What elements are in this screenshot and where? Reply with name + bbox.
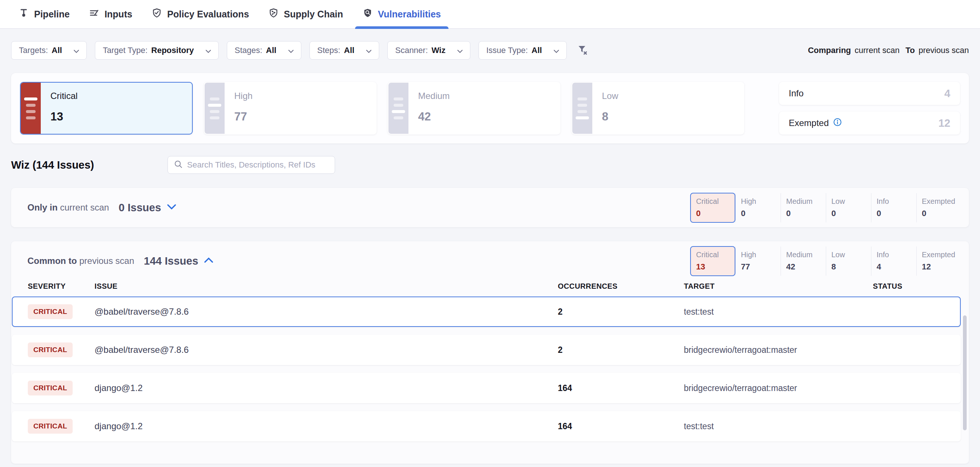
tab-pipeline[interactable]: Pipeline (11, 0, 77, 28)
tab-label: Policy Evaluations (167, 9, 249, 20)
occurrences-cell: 2 (558, 345, 684, 355)
severity-pill-row: Critical 13 High 77 Medium 42 Low (690, 246, 961, 276)
chevron-down-icon (449, 46, 463, 55)
tab-inputs[interactable]: Inputs (81, 0, 140, 28)
severity-pill[interactable]: Medium 42 (781, 246, 826, 276)
occurrences-cell: 2 (558, 307, 684, 317)
clear-filter-icon (576, 44, 588, 57)
chevron-down-icon (65, 46, 79, 55)
severity-card-info[interactable]: Info 4 (779, 82, 960, 105)
filter-steps[interactable]: Steps:All (310, 41, 380, 60)
severity-pill[interactable]: Critical 0 (690, 193, 735, 223)
severity-meter-icon (21, 83, 41, 134)
severity-meter-icon (572, 83, 592, 134)
column-occurrences: OCCURRENCES (558, 282, 684, 291)
table-row[interactable]: CRITICAL @babel/traverse@7.8.6 2 test:te… (12, 297, 961, 327)
tab-label: Supply Chain (284, 9, 343, 20)
table-row[interactable]: CRITICAL django@1.2 164 test:test (12, 411, 961, 442)
vulnerabilities-page: Pipeline Inputs Policy Evaluations Suppl… (0, 0, 980, 467)
column-issue: ISSUE (94, 282, 558, 291)
filter-scanner[interactable]: Scanner:Wiz (387, 41, 470, 60)
comparing-label: Comparingcurrent scan Toprevious scan (808, 46, 969, 55)
table-row[interactable]: CRITICAL django@1.2 164 bridgecrewio/ter… (12, 373, 961, 403)
filter-target-type[interactable]: Target Type:Repository (95, 41, 219, 60)
table-scrollbar[interactable] (963, 315, 967, 430)
column-target: TARGET (684, 282, 873, 291)
tab-label: Inputs (105, 9, 132, 20)
severity-pill[interactable]: Info 0 (871, 193, 916, 223)
column-status: STATUS (873, 282, 961, 291)
info-icon[interactable] (829, 118, 842, 129)
severity-meter-icon (205, 83, 224, 134)
occurrences-cell: 164 (558, 421, 684, 431)
issue-cell: django@1.2 (94, 383, 558, 393)
issue-cell: @babel/traverse@7.8.6 (94, 345, 558, 355)
target-cell: bridgecrewio/terragoat:master (684, 345, 873, 355)
severity-badge: CRITICAL (28, 304, 73, 319)
tab-label: Vulnerabilities (378, 9, 441, 20)
severity-summary-panel: Critical 13 High 77 Medium 42 Low 8 (11, 73, 969, 143)
chevron-down-icon (197, 46, 211, 55)
severity-meter-icon (388, 83, 409, 134)
search-input[interactable] (187, 160, 329, 170)
tab-label: Pipeline (34, 9, 70, 20)
tab-supply-chain[interactable]: Supply Chain (261, 0, 351, 28)
target-cell: test:test (684, 421, 873, 431)
group-common-to-previous-scan: Common to previous scan 144 Issues Criti… (11, 241, 969, 464)
severity-pill-row: Critical 0 High 0 Medium 0 Low (690, 193, 961, 223)
chevron-up-icon (198, 257, 213, 264)
filter-targets[interactable]: Targets:All (11, 41, 87, 60)
severity-pill[interactable]: Exempted 12 (916, 246, 961, 276)
severity-card-high[interactable]: High 77 (204, 82, 377, 135)
issue-cell: @babel/traverse@7.8.6 (94, 307, 558, 317)
target-cell: bridgecrewio/terragoat:master (684, 383, 873, 393)
occurrences-cell: 164 (558, 383, 684, 393)
issues-table-body: CRITICAL @babel/traverse@7.8.6 2 test:te… (11, 297, 969, 442)
search-icon (174, 160, 183, 170)
severity-card-exempted[interactable]: Exempted 12 (779, 111, 960, 135)
expand-group-toggle[interactable]: 0 Issues (119, 202, 176, 214)
chevron-down-icon (280, 46, 294, 55)
filter-issue-type[interactable]: Issue Type:All (479, 41, 567, 60)
column-severity: SEVERITY (28, 282, 94, 291)
table-row[interactable]: CRITICAL @babel/traverse@7.8.6 2 bridgec… (12, 335, 961, 365)
severity-pill[interactable]: Exempted 0 (916, 193, 961, 223)
supply-chain-icon (268, 8, 279, 21)
clear-filters-button[interactable] (576, 44, 588, 57)
pipeline-icon (19, 8, 29, 21)
execution-tab-bar: Pipeline Inputs Policy Evaluations Suppl… (0, 0, 980, 29)
severity-pill[interactable]: High 77 (735, 246, 781, 276)
tab-vulnerabilities[interactable]: Vulnerabilities (355, 0, 449, 28)
vulnerabilities-icon (363, 8, 373, 21)
severity-pill[interactable]: Low 8 (826, 246, 871, 276)
severity-pill[interactable]: High 0 (735, 193, 781, 223)
policy-evaluations-icon (151, 8, 162, 21)
target-cell: test:test (684, 307, 873, 317)
tab-policy-evaluations[interactable]: Policy Evaluations (144, 0, 256, 28)
group-only-in-current-scan: Only in current scan 0 Issues Critical 0… (11, 188, 969, 227)
severity-card-low[interactable]: Low 8 (571, 82, 744, 135)
severity-card-critical[interactable]: Critical 13 (20, 82, 193, 135)
chevron-down-icon (546, 46, 559, 55)
severity-pill[interactable]: Info 4 (871, 246, 916, 276)
severity-badge: CRITICAL (28, 381, 73, 396)
scanner-title: Wiz (144 Issues) (11, 159, 94, 171)
severity-badge: CRITICAL (28, 419, 73, 434)
chevron-down-icon (358, 46, 371, 55)
severity-pill[interactable]: Critical 13 (690, 246, 735, 276)
severity-badge: CRITICAL (28, 343, 73, 357)
inputs-icon (89, 8, 99, 21)
severity-pill[interactable]: Medium 0 (781, 193, 826, 223)
chevron-down-icon (161, 204, 176, 211)
severity-card-medium[interactable]: Medium 42 (388, 82, 560, 135)
collapse-group-toggle[interactable]: 144 Issues (144, 255, 213, 267)
info-exempted-stack: Info 4 Exempted 12 (779, 82, 960, 135)
filter-bar: Targets:All Target Type:Repository Stage… (11, 41, 969, 60)
severity-pill[interactable]: Low 0 (826, 193, 871, 223)
issue-cell: django@1.2 (94, 421, 558, 431)
issues-table-header: SEVERITY ISSUE OCCURRENCES TARGET STATUS (11, 281, 969, 297)
issue-search (167, 156, 335, 174)
scanner-section-header: Wiz (144 Issues) (11, 156, 969, 174)
filter-stages[interactable]: Stages:All (227, 41, 301, 60)
